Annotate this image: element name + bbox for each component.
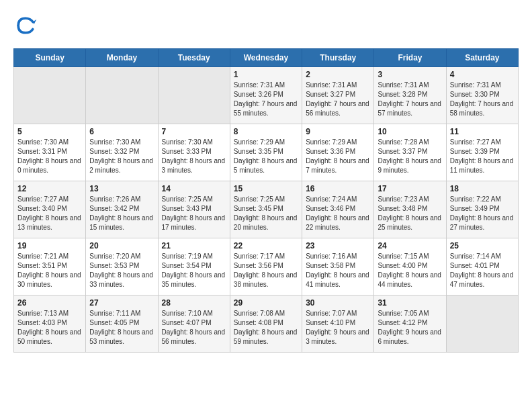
calendar-cell: 4Sunrise: 7:31 AMSunset: 3:30 PMDaylight…	[446, 67, 518, 124]
calendar-body: 1Sunrise: 7:31 AMSunset: 3:26 PMDaylight…	[14, 67, 519, 353]
cell-content: Sunrise: 7:31 AMSunset: 3:27 PMDaylight:…	[306, 81, 370, 118]
cell-content: Sunrise: 7:05 AMSunset: 4:12 PMDaylight:…	[378, 309, 442, 347]
cell-content: Sunrise: 7:23 AMSunset: 3:48 PMDaylight:…	[378, 195, 442, 232]
calendar-cell: 22Sunrise: 7:17 AMSunset: 3:56 PMDayligh…	[230, 238, 302, 295]
day-number: 11	[450, 127, 515, 136]
calendar-cell: 17Sunrise: 7:23 AMSunset: 3:48 PMDayligh…	[374, 181, 446, 238]
calendar-table: SundayMondayTuesdayWednesdayThursdayFrid…	[13, 48, 519, 353]
cell-content: Sunrise: 7:10 AMSunset: 4:07 PMDaylight:…	[162, 309, 226, 347]
day-header-saturday: Saturday	[446, 49, 518, 67]
day-number: 25	[450, 241, 515, 250]
calendar-header: SundayMondayTuesdayWednesdayThursdayFrid…	[14, 49, 519, 67]
day-number: 21	[162, 241, 226, 250]
cell-content: Sunrise: 7:25 AMSunset: 3:43 PMDaylight:…	[162, 195, 226, 232]
calendar-cell: 30Sunrise: 7:07 AMSunset: 4:10 PMDayligh…	[302, 295, 374, 353]
calendar-cell: 27Sunrise: 7:11 AMSunset: 4:05 PMDayligh…	[86, 295, 158, 353]
logo-icon	[13, 13, 38, 38]
day-number: 24	[378, 241, 442, 250]
logo	[13, 13, 42, 38]
cell-content: Sunrise: 7:28 AMSunset: 3:37 PMDaylight:…	[378, 138, 442, 175]
cell-content: Sunrise: 7:13 AMSunset: 4:03 PMDaylight:…	[17, 309, 82, 347]
calendar-cell: 3Sunrise: 7:31 AMSunset: 3:28 PMDaylight…	[374, 67, 446, 124]
calendar-cell: 14Sunrise: 7:25 AMSunset: 3:43 PMDayligh…	[158, 181, 230, 238]
day-number: 22	[234, 241, 298, 250]
calendar-cell: 16Sunrise: 7:24 AMSunset: 3:46 PMDayligh…	[302, 181, 374, 238]
cell-content: Sunrise: 7:30 AMSunset: 3:31 PMDaylight:…	[17, 138, 82, 175]
day-number: 6	[89, 127, 154, 136]
calendar-cell	[158, 67, 230, 124]
day-number: 27	[89, 298, 154, 308]
calendar-cell: 28Sunrise: 7:10 AMSunset: 4:07 PMDayligh…	[158, 295, 230, 353]
calendar-cell: 10Sunrise: 7:28 AMSunset: 3:37 PMDayligh…	[374, 124, 446, 181]
calendar-cell: 9Sunrise: 7:29 AMSunset: 3:36 PMDaylight…	[302, 124, 374, 181]
cell-content: Sunrise: 7:27 AMSunset: 3:40 PMDaylight:…	[17, 195, 82, 232]
calendar-cell: 7Sunrise: 7:30 AMSunset: 3:33 PMDaylight…	[158, 124, 230, 181]
cell-content: Sunrise: 7:26 AMSunset: 3:42 PMDaylight:…	[89, 195, 154, 232]
cell-content: Sunrise: 7:24 AMSunset: 3:46 PMDaylight:…	[306, 195, 370, 232]
cell-content: Sunrise: 7:16 AMSunset: 3:58 PMDaylight:…	[306, 252, 370, 289]
calendar-cell: 13Sunrise: 7:26 AMSunset: 3:42 PMDayligh…	[86, 181, 158, 238]
cell-content: Sunrise: 7:25 AMSunset: 3:45 PMDaylight:…	[234, 195, 298, 232]
calendar-week-3: 12Sunrise: 7:27 AMSunset: 3:40 PMDayligh…	[14, 181, 519, 238]
day-header-tuesday: Tuesday	[158, 49, 230, 67]
cell-content: Sunrise: 7:29 AMSunset: 3:36 PMDaylight:…	[306, 138, 370, 175]
cell-content: Sunrise: 7:08 AMSunset: 4:08 PMDaylight:…	[234, 309, 298, 347]
calendar-week-5: 26Sunrise: 7:13 AMSunset: 4:03 PMDayligh…	[14, 295, 519, 353]
cell-content: Sunrise: 7:30 AMSunset: 3:33 PMDaylight:…	[162, 138, 226, 175]
calendar-cell	[86, 67, 158, 124]
calendar-cell: 6Sunrise: 7:30 AMSunset: 3:32 PMDaylight…	[86, 124, 158, 181]
day-number: 14	[162, 184, 226, 193]
day-header-sunday: Sunday	[14, 49, 86, 67]
calendar-cell: 18Sunrise: 7:22 AMSunset: 3:49 PMDayligh…	[446, 181, 518, 238]
day-header-wednesday: Wednesday	[230, 49, 302, 67]
calendar-cell: 20Sunrise: 7:20 AMSunset: 3:53 PMDayligh…	[86, 238, 158, 295]
day-number: 7	[162, 127, 226, 136]
day-number: 10	[378, 127, 442, 136]
calendar-cell: 11Sunrise: 7:27 AMSunset: 3:39 PMDayligh…	[446, 124, 518, 181]
day-number: 18	[450, 184, 515, 193]
calendar-cell: 26Sunrise: 7:13 AMSunset: 4:03 PMDayligh…	[14, 295, 86, 353]
calendar-cell	[14, 67, 86, 124]
day-number: 30	[306, 298, 370, 308]
cell-content: Sunrise: 7:29 AMSunset: 3:35 PMDaylight:…	[234, 138, 298, 175]
calendar-cell	[446, 295, 518, 353]
cell-content: Sunrise: 7:21 AMSunset: 3:51 PMDaylight:…	[17, 252, 82, 289]
cell-content: Sunrise: 7:19 AMSunset: 3:54 PMDaylight:…	[162, 252, 226, 289]
calendar-cell: 15Sunrise: 7:25 AMSunset: 3:45 PMDayligh…	[230, 181, 302, 238]
day-number: 4	[450, 70, 515, 79]
calendar-week-4: 19Sunrise: 7:21 AMSunset: 3:51 PMDayligh…	[14, 238, 519, 295]
day-number: 17	[378, 184, 442, 193]
day-number: 1	[234, 70, 298, 79]
calendar-cell: 1Sunrise: 7:31 AMSunset: 3:26 PMDaylight…	[230, 67, 302, 124]
day-number: 19	[17, 241, 82, 250]
cell-content: Sunrise: 7:31 AMSunset: 3:26 PMDaylight:…	[234, 81, 298, 118]
calendar-cell: 2Sunrise: 7:31 AMSunset: 3:27 PMDaylight…	[302, 67, 374, 124]
cell-content: Sunrise: 7:11 AMSunset: 4:05 PMDaylight:…	[89, 309, 154, 347]
cell-content: Sunrise: 7:20 AMSunset: 3:53 PMDaylight:…	[89, 252, 154, 289]
calendar-cell: 31Sunrise: 7:05 AMSunset: 4:12 PMDayligh…	[374, 295, 446, 353]
cell-content: Sunrise: 7:31 AMSunset: 3:28 PMDaylight:…	[378, 81, 442, 118]
day-number: 29	[234, 298, 298, 308]
calendar-cell: 19Sunrise: 7:21 AMSunset: 3:51 PMDayligh…	[14, 238, 86, 295]
day-number: 31	[378, 298, 442, 308]
day-number: 28	[162, 298, 226, 308]
calendar-cell: 25Sunrise: 7:14 AMSunset: 4:01 PMDayligh…	[446, 238, 518, 295]
calendar-cell: 12Sunrise: 7:27 AMSunset: 3:40 PMDayligh…	[14, 181, 86, 238]
day-header-friday: Friday	[374, 49, 446, 67]
day-number: 5	[17, 127, 82, 136]
calendar-cell: 24Sunrise: 7:15 AMSunset: 4:00 PMDayligh…	[374, 238, 446, 295]
cell-content: Sunrise: 7:27 AMSunset: 3:39 PMDaylight:…	[450, 138, 515, 175]
day-number: 9	[306, 127, 370, 136]
cell-content: Sunrise: 7:31 AMSunset: 3:30 PMDaylight:…	[450, 81, 515, 118]
day-header-thursday: Thursday	[302, 49, 374, 67]
cell-content: Sunrise: 7:15 AMSunset: 4:00 PMDaylight:…	[378, 252, 442, 289]
cell-content: Sunrise: 7:14 AMSunset: 4:01 PMDaylight:…	[450, 252, 515, 289]
cell-content: Sunrise: 7:22 AMSunset: 3:49 PMDaylight:…	[450, 195, 515, 232]
day-header-monday: Monday	[86, 49, 158, 67]
day-number: 2	[306, 70, 370, 79]
calendar-cell: 29Sunrise: 7:08 AMSunset: 4:08 PMDayligh…	[230, 295, 302, 353]
day-number: 16	[306, 184, 370, 193]
header-row: SundayMondayTuesdayWednesdayThursdayFrid…	[14, 49, 519, 67]
cell-content: Sunrise: 7:17 AMSunset: 3:56 PMDaylight:…	[234, 252, 298, 289]
calendar-cell: 5Sunrise: 7:30 AMSunset: 3:31 PMDaylight…	[14, 124, 86, 181]
